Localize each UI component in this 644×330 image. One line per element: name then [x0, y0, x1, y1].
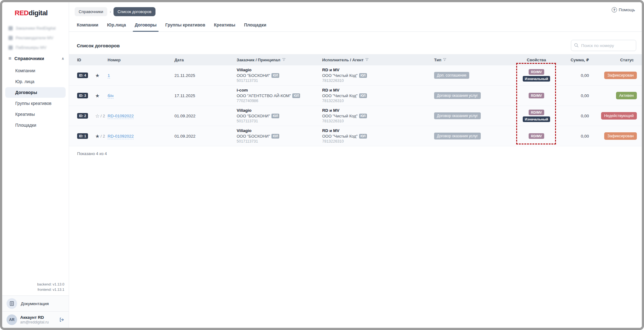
cell-type: Договор оказания услуг — [434, 112, 516, 119]
sidebar-item-blurred[interactable]: Паблишеры MV — [2, 43, 69, 52]
column-header-label: Сумма, ₽ — [571, 58, 589, 62]
breadcrumb: Справочники›Список договоров — [75, 7, 155, 16]
tab-группы-креативов[interactable]: Группы креативов — [165, 22, 206, 31]
party-name: RD и MV — [322, 128, 434, 134]
cell-executor: RD и MVООО "Чистый Код"ЮЛ7813226310 — [322, 87, 434, 104]
sidebar-item-blurred[interactable]: Рекламодатели MV — [2, 33, 69, 43]
tab-договоры[interactable]: Договоры — [135, 22, 156, 31]
party-name: Villagio — [237, 128, 322, 134]
property-badge: Изначальный — [523, 116, 550, 122]
column-header-label: Дата — [174, 58, 184, 62]
status-badge: Недействующий — [601, 112, 637, 120]
star-filled-icon[interactable]: ★ — [95, 133, 100, 139]
tab-креативы[interactable]: Креативы — [214, 22, 235, 31]
list-icon: ≡ — [8, 56, 11, 61]
version-line: backend: v1.13.0 — [2, 282, 64, 287]
sidebar-item-креативы[interactable]: Креативы — [5, 109, 66, 120]
table-row[interactable]: ID: 2☆/ 2RD-0109202201.09.2022VillagioОО… — [69, 106, 642, 126]
legal-entity-tag: ЮЛ — [292, 93, 300, 98]
tab-юр-лица[interactable]: Юр.лица — [107, 22, 126, 31]
blurred-item-icon — [8, 45, 13, 50]
breadcrumb-separator-icon: › — [110, 9, 111, 14]
sidebar-item-blurred[interactable]: Заказчики RedDigital — [2, 23, 69, 33]
breadcrumb-item[interactable]: Справочники — [75, 7, 107, 16]
cell-executor: RD и MVООО "Чистый Код"ЮЛ7813226310 — [322, 128, 434, 144]
sidebar-bottom: backend: v1.13.0frontend: v1.13.1 Докуме… — [2, 282, 69, 328]
table-row[interactable]: ID: 1★/ 2RD-0109202201.09.2022VillagioОО… — [69, 126, 642, 146]
cell-status: Зафиксирован — [591, 72, 637, 79]
party-org-name: ООО "Чистый Код" — [322, 134, 358, 139]
id-badge: ID: 2 — [77, 113, 88, 119]
document-icon — [7, 298, 17, 309]
table-row[interactable]: ID: 3★б/н17.11.2025i-comООО "АГЕНТСТВО А… — [69, 86, 642, 106]
star-outline-icon[interactable]: ☆ — [95, 113, 100, 119]
cell-id: ID: 3 — [77, 93, 95, 98]
help-button[interactable]: ? Помощь — [612, 7, 635, 12]
cell-customer: VillagioООО "БОСКОНИ"ЮЛ5017113731 — [237, 67, 322, 84]
table-row[interactable]: ID: 4★121.11.2025VillagioООО "БОСКОНИ"ЮЛ… — [69, 65, 642, 86]
logout-icon[interactable] — [59, 317, 64, 323]
logo: REDdigital — [2, 2, 69, 20]
party-org: ООО "Чистый Код"ЮЛ — [322, 134, 434, 139]
page-title: Список договоров — [77, 43, 120, 48]
party-name: RD и MV — [322, 87, 434, 93]
cell-date: 21.11.2025 — [174, 73, 237, 78]
sidebar-submenu: КомпанииЮр. лицаДоговорыГруппы креативов… — [2, 65, 69, 131]
tab-площадки[interactable]: Площадки — [244, 22, 266, 31]
column-header-label: Статус — [620, 58, 634, 62]
party-inn: 7813226310 — [322, 119, 434, 124]
contract-number-link[interactable]: 1 — [108, 73, 110, 78]
cell-star: ☆/ 2 — [95, 113, 108, 119]
contract-number-link[interactable]: б/н — [108, 93, 114, 99]
version-line: frontend: v1.13.1 — [2, 287, 64, 292]
party-org-name: ООО "Чистый Код" — [322, 113, 358, 119]
property-badge: RD/MV — [529, 69, 544, 75]
contracts-table: IDНомерДатаЗаказчик / ПринципалИсполните… — [69, 54, 642, 146]
property-badge: RD/MV — [529, 133, 544, 139]
star-filled-icon[interactable]: ★ — [95, 93, 100, 99]
legal-entity-tag: ЮЛ — [271, 134, 279, 139]
account-row[interactable]: AR Аккаунт RD am@reddigital.ru — [2, 311, 69, 328]
avatar: AR — [7, 314, 17, 325]
star-filled-icon[interactable]: ★ — [95, 73, 100, 78]
filter-icon[interactable] — [282, 58, 286, 62]
sidebar-section-spravochniki[interactable]: ≡ Справочники ∧ — [2, 52, 69, 65]
contract-number-link[interactable]: RD-01092022 — [108, 134, 134, 139]
cell-id: ID: 4 — [77, 73, 95, 78]
sidebar: REDdigital Заказчики RedDigitalРекламода… — [2, 2, 69, 328]
cell-props: RD/MVИзначальный — [516, 69, 557, 82]
filter-icon[interactable] — [365, 58, 369, 62]
party-inn: 5017113731 — [237, 78, 322, 83]
sidebar-item-компании[interactable]: Компании — [5, 65, 66, 76]
legal-entity-tag: ЮЛ — [359, 114, 367, 119]
column-header-date: Дата — [174, 58, 237, 62]
cell-star: ★/ 2 — [95, 133, 108, 139]
party-inn: 7813226310 — [322, 98, 434, 104]
filter-icon[interactable] — [443, 58, 447, 62]
sidebar-item-договоры[interactable]: Договоры — [5, 87, 66, 98]
column-header-label: Свойства — [527, 58, 546, 62]
sidebar-item-группы-креативов[interactable]: Группы креативов — [5, 98, 66, 109]
search-icon — [574, 43, 579, 49]
legal-entity-tag: ЮЛ — [359, 73, 367, 78]
cell-number: RD-01092022 — [108, 134, 174, 139]
id-badge: ID: 3 — [77, 93, 88, 98]
legal-entity-tag: ЮЛ — [359, 134, 367, 139]
id-badge: ID: 4 — [77, 73, 88, 78]
cell-number: 1 — [108, 73, 174, 78]
tab-компании[interactable]: Компании — [77, 22, 98, 31]
chevron-up-icon[interactable]: ∧ — [61, 56, 64, 61]
party-inn: 5017113731 — [237, 119, 322, 124]
party-org: ООО "Чистый Код"ЮЛ — [322, 73, 434, 78]
breadcrumb-item[interactable]: Список договоров — [114, 7, 155, 16]
sidebar-item-юр-лица[interactable]: Юр. лица — [5, 76, 66, 87]
contract-number-link[interactable]: RD-01092022 — [108, 114, 134, 119]
party-name: Villagio — [237, 67, 322, 73]
documentation-link[interactable]: Документация — [2, 295, 69, 311]
documentation-label: Документация — [21, 301, 49, 306]
column-header-props: Свойства — [516, 58, 557, 62]
party-org-name: ООО "БОСКОНИ" — [237, 113, 270, 119]
party-inn: 7813226310 — [322, 139, 434, 144]
search-input[interactable] — [571, 40, 636, 51]
sidebar-item-площадки[interactable]: Площадки — [5, 120, 66, 130]
